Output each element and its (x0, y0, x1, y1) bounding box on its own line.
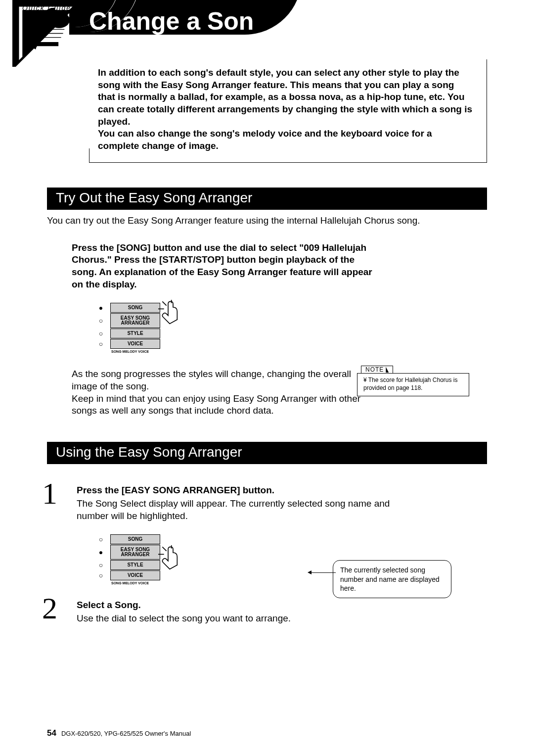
style-panel-button: STYLE (110, 560, 160, 570)
led-indicator-open (96, 571, 105, 579)
panel-subtext: SONG MELODY VOICE (111, 581, 195, 585)
style-panel-button: STYLE (110, 329, 160, 338)
section1-instructions: Press the [SONG] button and use the dial… (72, 242, 378, 291)
note-block: NOTE ¥ The score for Hallelujah Chorus i… (357, 364, 469, 396)
step-2: 2 Select a Song. Use the dial to select … (47, 600, 487, 625)
panel-row-style: STYLE (96, 560, 195, 570)
note-body: ¥ The score for Hallelujah Chorus is pro… (357, 373, 469, 396)
led-indicator-open (96, 330, 105, 337)
section-heading: Try Out the Easy Song Arranger (47, 188, 487, 210)
section1-followup: As the song progresses the styles will c… (72, 368, 378, 417)
display-callout: The currently selected song number and n… (333, 560, 451, 598)
easy-song-arranger-panel-button: EASY SONGARRANGER (110, 313, 160, 328)
panel-button-diagram-b: SONG EASY SONGARRANGER STYLE VOICE SONG … (96, 534, 195, 585)
pointing-hand-icon (153, 300, 178, 325)
led-indicator-open (96, 340, 105, 348)
step-1: 1 Press the [EASY SONG ARRANGER] button.… (47, 485, 487, 522)
svg-point-0 (48, 12, 70, 28)
intro-text: In addition to each song's default style… (89, 59, 487, 162)
led-indicator-open (96, 535, 105, 543)
led-indicator-filled (96, 548, 105, 556)
voice-panel-button: VOICE (110, 570, 160, 580)
step-2-body: Use the dial to select the song you want… (77, 613, 398, 625)
panel-subtext: SONG MELODY VOICE (111, 350, 195, 353)
section1-lead: You can try out the Easy Song Arranger f… (47, 215, 487, 227)
pointing-hand-icon (153, 545, 178, 570)
step-2-heading: Select a Song. (77, 600, 487, 611)
panel-row-voice: VOICE (96, 339, 195, 349)
page-title: Change a Son (89, 7, 254, 36)
footer-text: DGX-620/520, YPG-625/525 Owner's Manual (61, 730, 191, 737)
page-header: Change a Son Quick Guide (0, 0, 534, 59)
song-panel-button: SONG (110, 534, 160, 544)
quick-guide-label: Quick Guide (22, 4, 71, 12)
panel-row-song: SONG (96, 303, 195, 313)
led-indicator-filled (96, 304, 105, 312)
panel-row-easy-song-arranger: EASY SONGARRANGER (96, 545, 195, 560)
callout-text: The currently selected song number and n… (340, 566, 440, 592)
step-number-2: 2 (42, 591, 57, 626)
panel-row-style: STYLE (96, 329, 195, 338)
page-number: 54 (47, 728, 56, 738)
intro-box: In addition to each song's default style… (89, 59, 487, 163)
section-heading: Using the Easy Song Arranger (47, 442, 487, 464)
step-1-heading: Press the [EASY SONG ARRANGER] button. (77, 485, 487, 496)
easy-song-arranger-panel-button: EASY SONGARRANGER (110, 545, 160, 560)
panel-button-diagram-a: SONG EASY SONGARRANGER STYLE VOICE SONG … (96, 303, 195, 353)
note-label: NOTE (361, 366, 393, 374)
step-1-body: The Song Select display will appear. The… (77, 498, 398, 522)
svg-line-4 (162, 547, 166, 551)
voice-panel-button: VOICE (110, 339, 160, 349)
svg-line-1 (162, 302, 166, 306)
led-indicator-open (96, 317, 105, 325)
panel-row-voice: VOICE (96, 570, 195, 580)
intro-left-rule (89, 148, 89, 162)
song-panel-button: SONG (110, 303, 160, 313)
panel-row-easy-song-arranger: EASY SONGARRANGER (96, 313, 195, 328)
callout-arrow-icon (309, 572, 336, 573)
panel-row-song: SONG (96, 534, 195, 544)
led-indicator-open (96, 561, 105, 569)
step-number-1: 1 (42, 476, 57, 511)
page-footer: 54 DGX-620/520, YPG-625/525 Owner's Manu… (47, 728, 191, 738)
